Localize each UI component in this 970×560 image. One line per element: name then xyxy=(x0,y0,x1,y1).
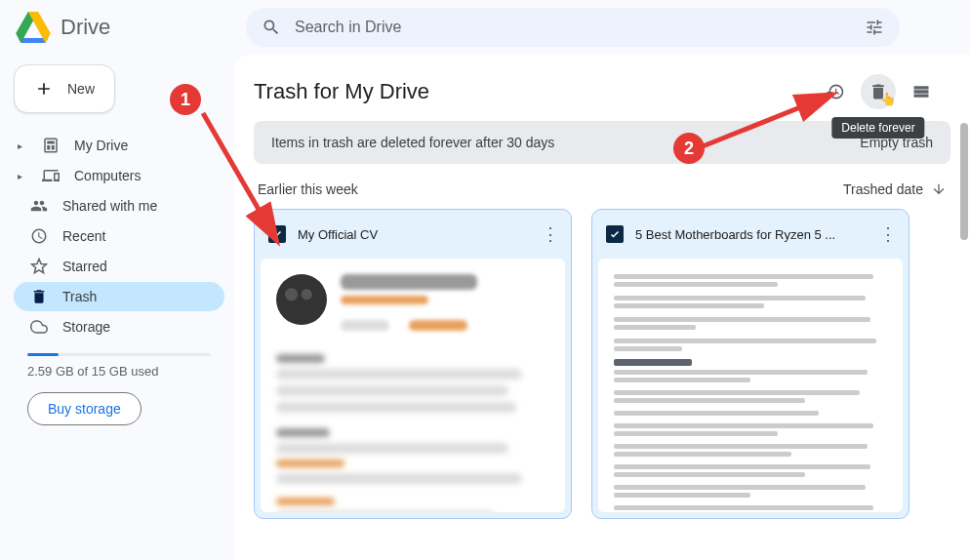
storage-icon xyxy=(29,318,49,336)
section-label: Earlier this week xyxy=(258,181,358,197)
file-card[interactable]: 5 Best Motherboards for Ryzen 5 ... ⋮ xyxy=(591,209,909,519)
delete-forever-button[interactable]: 👆 Delete forever xyxy=(861,74,896,109)
file-name: 5 Best Motherboards for Ryzen 5 ... xyxy=(635,227,864,242)
tune-icon[interactable] xyxy=(865,18,884,37)
sidebar-item-starred[interactable]: Starred xyxy=(14,252,224,281)
recent-icon xyxy=(29,227,49,245)
checkbox[interactable] xyxy=(606,225,624,243)
chevron-right-icon: ▸ xyxy=(18,140,27,151)
my-drive-icon xyxy=(41,137,61,154)
app-name: Drive xyxy=(61,15,110,40)
arrow-down-icon xyxy=(931,181,947,197)
storage-bar xyxy=(27,353,211,356)
info-message: Items in trash are deleted forever after… xyxy=(271,135,554,150)
restore-icon xyxy=(826,82,845,101)
sort-button[interactable]: Trashed date xyxy=(843,181,947,197)
shared-icon xyxy=(29,197,49,215)
sidebar-item-storage[interactable]: Storage xyxy=(14,312,224,341)
main-content: Trash for My Drive 👆 Delete forever Item… xyxy=(234,55,970,560)
sidebar-item-recent[interactable]: Recent xyxy=(14,221,224,251)
list-icon xyxy=(911,82,931,101)
more-menu-button[interactable]: ⋮ xyxy=(875,220,901,249)
more-menu-button[interactable]: ⋮ xyxy=(538,220,563,249)
app-header: Drive xyxy=(0,0,970,55)
new-button[interactable]: New xyxy=(14,64,115,113)
scrollbar[interactable] xyxy=(960,123,968,240)
avatar-icon xyxy=(276,274,327,325)
sidebar-item-my-drive[interactable]: ▸ My Drive xyxy=(14,131,224,160)
chevron-right-icon: ▸ xyxy=(18,171,27,181)
checkbox[interactable] xyxy=(268,225,286,243)
sidebar-item-trash[interactable]: Trash xyxy=(14,282,224,311)
sidebar: New ▸ My Drive ▸ Computers Shared with m… xyxy=(0,55,234,560)
search-input[interactable] xyxy=(295,19,851,36)
plus-icon xyxy=(34,79,54,99)
tooltip: Delete forever xyxy=(831,117,924,139)
computers-icon xyxy=(41,167,61,184)
page-title: Trash for My Drive xyxy=(254,79,810,104)
file-thumbnail xyxy=(598,259,903,512)
file-thumbnail xyxy=(261,259,565,512)
search-bar[interactable] xyxy=(246,8,900,47)
starred-icon xyxy=(29,258,49,275)
sidebar-item-shared[interactable]: Shared with me xyxy=(14,191,224,220)
logo-area[interactable]: Drive xyxy=(16,12,230,43)
sidebar-item-computers[interactable]: ▸ Computers xyxy=(14,161,224,190)
buy-storage-button[interactable]: Buy storage xyxy=(27,392,141,425)
search-icon xyxy=(262,18,281,37)
restore-button[interactable] xyxy=(818,74,853,109)
drive-logo-icon xyxy=(16,12,51,43)
list-view-button[interactable] xyxy=(904,74,939,109)
delete-icon xyxy=(869,82,888,101)
file-card[interactable]: My Official CV ⋮ xyxy=(254,209,572,519)
trash-icon xyxy=(29,288,49,305)
file-name: My Official CV xyxy=(298,227,526,242)
storage-text: 2.59 GB of 15 GB used xyxy=(14,364,224,392)
